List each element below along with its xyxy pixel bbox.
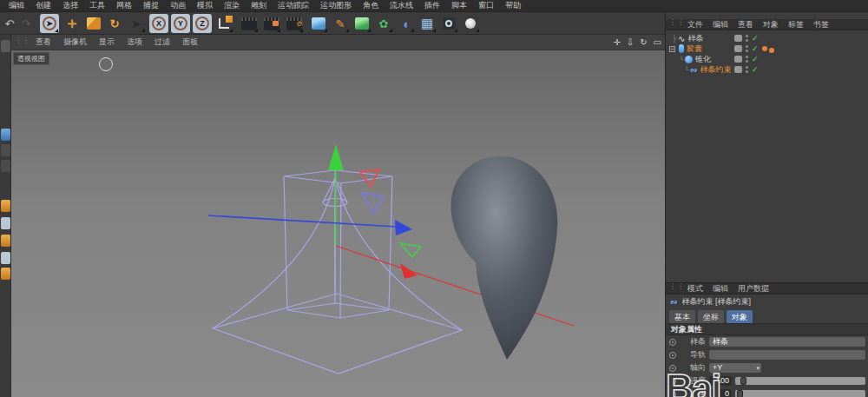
rotate-tool-icon[interactable]: ↻ bbox=[105, 14, 124, 33]
vp-menu-panel[interactable]: 面板 bbox=[182, 36, 198, 48]
menu-select[interactable]: 选择 bbox=[62, 0, 78, 11]
panel-grip-icon[interactable]: ⋮⋮ bbox=[15, 38, 23, 47]
layer-icon[interactable] bbox=[734, 35, 742, 42]
render-view-icon[interactable] bbox=[240, 14, 259, 33]
menu-mograph[interactable]: 运动图形 bbox=[320, 0, 352, 11]
perspective-viewport[interactable]: ⋮⋮ 查看 摄像机 显示 选项 过滤 面板 ✛ ⇩ ↻ ▭ 透视视图 bbox=[11, 35, 665, 397]
menu-edit[interactable]: 编辑 bbox=[9, 0, 24, 11]
tree-row-spline[interactable]: ├ ∿ 样条 ✓ bbox=[666, 33, 868, 43]
vp-menu-camera[interactable]: 摄像机 bbox=[63, 36, 87, 48]
offset-slider[interactable] bbox=[735, 390, 865, 397]
move-tool-icon[interactable]: ✛ bbox=[62, 14, 82, 33]
floor-icon[interactable]: ▦ bbox=[418, 14, 437, 33]
tab-coordinates[interactable]: 坐标 bbox=[698, 310, 724, 323]
layer-icon[interactable] bbox=[734, 56, 742, 63]
offset-input[interactable]: 0 bbox=[709, 389, 732, 397]
om-menu-object[interactable]: 对象 bbox=[763, 19, 779, 30]
menu-snap[interactable]: 捕捉 bbox=[143, 0, 159, 11]
vp-menu-options[interactable]: 选项 bbox=[127, 36, 142, 48]
menu-mesh[interactable]: 网格 bbox=[116, 0, 132, 11]
mode-icon[interactable] bbox=[1, 129, 10, 141]
rail-link-field[interactable] bbox=[709, 350, 865, 360]
menu-simulate[interactable]: 模拟 bbox=[197, 0, 213, 11]
keyframe-dot-icon[interactable] bbox=[669, 365, 676, 372]
visibility-dots-icon[interactable] bbox=[746, 56, 748, 63]
visibility-dots-icon[interactable] bbox=[746, 35, 748, 42]
vp-menu-filter[interactable]: 过滤 bbox=[155, 36, 170, 48]
visibility-dots-icon[interactable] bbox=[746, 45, 748, 52]
menu-pipeline[interactable]: 流水线 bbox=[390, 0, 413, 11]
last-tool-icon[interactable]: ➤ bbox=[127, 14, 146, 33]
spline-link-field[interactable]: 样条 bbox=[709, 337, 865, 347]
rotate-view-icon[interactable]: ↻ bbox=[640, 37, 647, 47]
om-menu-bookmarks[interactable]: 书签 bbox=[813, 19, 829, 30]
menu-create[interactable]: 创建 bbox=[36, 0, 51, 11]
mode-icon[interactable] bbox=[1, 160, 10, 172]
mograph-array-icon[interactable]: ✿ bbox=[374, 14, 393, 33]
mode-icon[interactable] bbox=[1, 235, 10, 247]
strength-input[interactable]: 100 bbox=[709, 376, 732, 386]
scale-tool-icon[interactable] bbox=[84, 14, 103, 33]
om-menu-file[interactable]: 文件 bbox=[687, 19, 703, 30]
redo-icon[interactable]: ↷ bbox=[16, 14, 36, 33]
vp-menu-display[interactable]: 显示 bbox=[99, 36, 115, 48]
om-menu-edit[interactable]: 编辑 bbox=[713, 19, 728, 30]
coordinate-system-icon[interactable] bbox=[214, 14, 233, 33]
mode-icon[interactable] bbox=[1, 200, 10, 212]
tree-row-taper[interactable]: └ 锥化 ✓ bbox=[666, 54, 868, 64]
am-menu-userdata[interactable]: 用户数据 bbox=[738, 283, 769, 294]
enabled-check-icon[interactable]: ✓ bbox=[752, 44, 759, 53]
visibility-dots-icon[interactable] bbox=[746, 66, 748, 73]
lock-z-axis-icon[interactable]: Z bbox=[193, 14, 212, 33]
layer-icon[interactable] bbox=[734, 66, 742, 73]
environment-icon[interactable]: ◖ bbox=[396, 14, 415, 33]
tag-icon[interactable] bbox=[762, 46, 767, 51]
am-menu-mode[interactable]: 模式 bbox=[687, 283, 703, 294]
layer-icon[interactable] bbox=[734, 45, 742, 52]
vp-menu-view[interactable]: 查看 bbox=[36, 36, 51, 48]
toggle-view-icon[interactable]: ▭ bbox=[654, 37, 661, 47]
menu-help[interactable]: 帮助 bbox=[505, 0, 521, 11]
mode-icon[interactable] bbox=[1, 217, 10, 229]
menu-sculpt[interactable]: 雕刻 bbox=[251, 0, 266, 11]
panel-grip-icon[interactable]: ⋮⋮ bbox=[669, 284, 678, 293]
am-menu-edit[interactable]: 编辑 bbox=[713, 283, 728, 294]
add-primitive-cube-icon[interactable] bbox=[309, 14, 328, 33]
tree-row-spline-wrap[interactable]: └ ∾ 样条约束 ✓ bbox=[666, 64, 868, 75]
mode-icon[interactable] bbox=[1, 40, 10, 52]
subdivision-surface-icon[interactable] bbox=[352, 14, 372, 33]
camera-icon[interactable] bbox=[439, 14, 458, 33]
lock-y-axis-icon[interactable]: Y bbox=[171, 14, 190, 33]
keyframe-dot-icon[interactable] bbox=[669, 391, 676, 397]
menu-script[interactable]: 脚本 bbox=[451, 0, 467, 11]
render-region-icon[interactable] bbox=[262, 14, 281, 33]
keyframe-dot-icon[interactable] bbox=[669, 339, 676, 346]
enabled-check-icon[interactable]: ✓ bbox=[752, 55, 759, 63]
light-icon[interactable] bbox=[461, 14, 480, 33]
pan-view-icon[interactable]: ✛ bbox=[613, 37, 620, 47]
keyframe-dot-icon[interactable] bbox=[669, 378, 676, 385]
menu-tools[interactable]: 工具 bbox=[89, 0, 105, 11]
axis-dropdown[interactable]: +Y bbox=[709, 363, 761, 373]
tab-basic[interactable]: 基本 bbox=[669, 310, 695, 323]
menu-animate[interactable]: 动画 bbox=[170, 0, 186, 11]
menu-character[interactable]: 角色 bbox=[363, 0, 378, 11]
render-settings-icon[interactable]: ⚙ bbox=[285, 14, 304, 33]
live-selection-icon[interactable]: ➤ bbox=[40, 14, 59, 33]
mode-icon[interactable] bbox=[1, 252, 10, 264]
keyframe-dot-icon[interactable] bbox=[669, 352, 676, 359]
tag-icon[interactable] bbox=[769, 48, 774, 53]
zoom-view-icon[interactable]: ⇩ bbox=[627, 37, 634, 47]
panel-grip-icon[interactable]: ⋮⋮ bbox=[669, 20, 678, 29]
enabled-check-icon[interactable]: ✓ bbox=[752, 34, 759, 43]
mode-icon[interactable] bbox=[1, 144, 10, 156]
tab-object[interactable]: 对象 bbox=[727, 310, 753, 323]
om-menu-view[interactable]: 查看 bbox=[738, 19, 753, 30]
om-menu-tags[interactable]: 标签 bbox=[788, 19, 804, 30]
menu-render[interactable]: 渲染 bbox=[224, 0, 240, 11]
spline-pen-icon[interactable]: ✎ bbox=[331, 14, 350, 33]
strength-slider[interactable] bbox=[735, 377, 865, 385]
menu-window[interactable]: 窗口 bbox=[478, 0, 494, 11]
lock-x-axis-icon[interactable]: X bbox=[149, 14, 168, 33]
menu-motion-tracker[interactable]: 运动跟踪 bbox=[278, 0, 309, 11]
